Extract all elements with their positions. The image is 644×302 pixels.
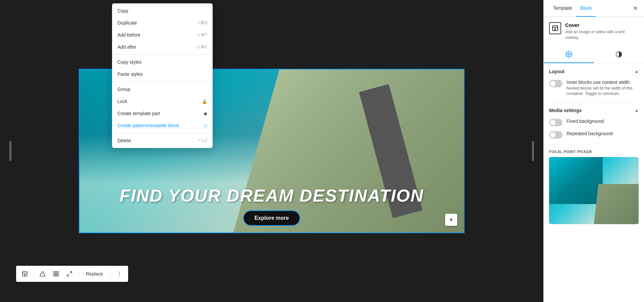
- svg-rect-5: [54, 271, 55, 273]
- media-settings-header: Media settings ▲: [549, 108, 639, 113]
- add-block-button[interactable]: +: [445, 214, 457, 226]
- inner-blocks-sublabel: Nested blocks will fill the width of thi…: [567, 86, 639, 97]
- focal-point-dot[interactable]: [611, 198, 621, 207]
- layout-toggle-row: Inner blocks use content width Nested bl…: [549, 80, 639, 97]
- svg-point-16: [554, 29, 555, 30]
- fixed-bg-toggle-row: Fixed background: [549, 118, 639, 126]
- toolbar-divider-3: [110, 270, 111, 278]
- menu-section-2: Copy styles Paste styles: [112, 55, 213, 82]
- fixed-background-toggle[interactable]: [549, 119, 562, 126]
- panel-styles-tab[interactable]: [594, 46, 644, 63]
- svg-rect-6: [57, 271, 58, 273]
- block-name: Cover: [565, 22, 639, 28]
- block-icon: [549, 22, 561, 34]
- section-divider-1: [549, 102, 639, 102]
- menu-item-delete[interactable]: Delete ^⌥Z: [112, 135, 213, 147]
- toolbar-fullscreen-btn[interactable]: [63, 268, 75, 280]
- layout-chevron[interactable]: ▲: [635, 69, 639, 74]
- media-settings-title: Media settings: [549, 108, 582, 113]
- svg-line-10: [67, 274, 69, 276]
- menu-item-copy[interactable]: Copy: [112, 5, 213, 17]
- menu-item-paste-styles[interactable]: Paste styles: [112, 68, 213, 80]
- menu-item-duplicate[interactable]: Duplicate ⇧⌘D: [112, 17, 213, 29]
- scrollbar-right[interactable]: [532, 141, 534, 161]
- cover-button[interactable]: Explore more: [243, 210, 300, 226]
- svg-point-11: [119, 272, 120, 272]
- svg-rect-8: [57, 274, 58, 276]
- menu-item-group[interactable]: Group: [112, 83, 213, 95]
- panel-icons-row: [544, 46, 644, 63]
- menu-section-4: Delete ^⌥Z: [112, 133, 213, 148]
- repeated-bg-toggle-row: Repeated background: [549, 131, 639, 139]
- focal-point-picker[interactable]: [549, 157, 639, 224]
- repeated-background-toggle[interactable]: [549, 131, 562, 139]
- svg-rect-7: [54, 274, 55, 276]
- menu-section-1: Copy Duplicate ⇧⌘D Add before ⌥⌘T Add af…: [112, 3, 213, 55]
- panel-block-info: Cover Add an image or video with a text …: [544, 17, 644, 46]
- toolbar-divider-2: [78, 270, 78, 278]
- toolbar-cover-icon-btn[interactable]: [19, 268, 31, 280]
- block-toolbar: Replace: [16, 266, 128, 282]
- toolbar-more-btn[interactable]: [113, 268, 125, 280]
- toolbar-grid-btn[interactable]: [50, 268, 62, 280]
- context-menu: Copy Duplicate ⇧⌘D Add before ⌥⌘T Add af…: [112, 3, 213, 148]
- media-settings-chevron[interactable]: ▲: [635, 108, 639, 113]
- editor-area: FIND YOUR DREAM DESTINATION Explore more…: [0, 0, 543, 302]
- block-description: Add an image or video with a text overla…: [565, 29, 639, 41]
- right-panel: Template Block ✕ Cover Add an image or v…: [543, 0, 644, 302]
- menu-item-lock[interactable]: Lock 🔒: [112, 95, 213, 107]
- inner-blocks-label: Inner blocks use content width: [567, 80, 639, 85]
- scrollbar-left[interactable]: [9, 141, 11, 161]
- cover-text: FIND YOUR DREAM DESTINATION: [119, 186, 424, 206]
- repeated-background-label: Repeated background: [567, 131, 613, 136]
- menu-item-add-after[interactable]: Add after ⌥⌘Y: [112, 41, 213, 53]
- focal-point-label: FOCAL POINT PICKER: [549, 150, 639, 154]
- panel-close-btn[interactable]: ✕: [631, 4, 640, 13]
- layout-section-header: Layout ▲: [549, 69, 639, 74]
- toolbar-replace-btn[interactable]: Replace: [81, 269, 108, 279]
- toolbar-warning-btn[interactable]: [37, 268, 49, 280]
- tab-template[interactable]: Template: [549, 0, 576, 17]
- panel-content: Layout ▲ Inner blocks use content width …: [544, 63, 644, 302]
- menu-item-add-before[interactable]: Add before ⌥⌘T: [112, 29, 213, 41]
- layout-title: Layout: [549, 69, 565, 74]
- menu-item-create-template-part[interactable]: Create template part ◆: [112, 107, 213, 119]
- panel-settings-tab[interactable]: [544, 46, 594, 63]
- panel-tabs: Template Block ✕: [544, 0, 644, 17]
- menu-item-create-pattern[interactable]: Create pattern/reusable block ◇: [112, 119, 213, 132]
- svg-line-9: [70, 271, 72, 273]
- menu-item-copy-styles[interactable]: Copy styles: [112, 56, 213, 68]
- section-divider-2: [549, 144, 639, 144]
- toolbar-divider-1: [34, 270, 34, 278]
- inner-blocks-toggle[interactable]: [549, 80, 562, 87]
- fixed-background-label: Fixed background: [567, 118, 604, 124]
- svg-point-12: [119, 273, 120, 274]
- tab-block[interactable]: Block: [576, 0, 596, 17]
- menu-section-3: Group Lock 🔒 Create template part ◆ Crea…: [112, 82, 213, 133]
- svg-point-17: [568, 53, 570, 55]
- svg-point-2: [24, 274, 25, 275]
- svg-point-13: [119, 275, 120, 276]
